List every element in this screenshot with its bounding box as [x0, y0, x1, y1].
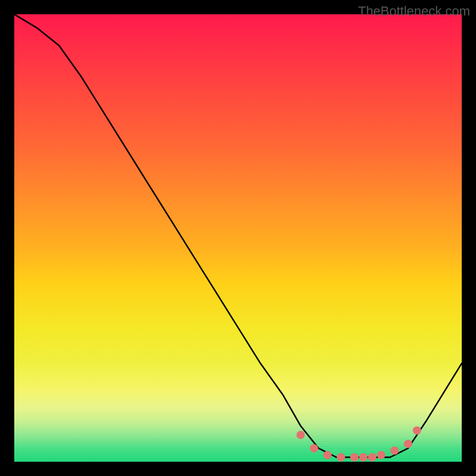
sweet-spot-marker	[350, 453, 359, 462]
bottleneck-curve-line	[14, 14, 462, 458]
watermark-text: TheBottleneck.com	[358, 4, 470, 19]
sweet-spot-marker	[310, 444, 318, 452]
sweet-spot-marker	[296, 431, 305, 439]
sweet-spot-marker	[337, 453, 345, 462]
sweet-spot-marker	[377, 451, 386, 459]
sweet-spot-marker	[390, 446, 399, 455]
chart-svg	[14, 14, 462, 462]
sweet-spot-marker	[359, 453, 368, 462]
sweet-spot-marker	[404, 440, 412, 448]
chart-plot-area	[14, 14, 462, 462]
sweet-spot-marker	[413, 426, 421, 434]
sweet-spot-marker	[368, 453, 377, 462]
sweet-spot-marker	[323, 451, 331, 459]
